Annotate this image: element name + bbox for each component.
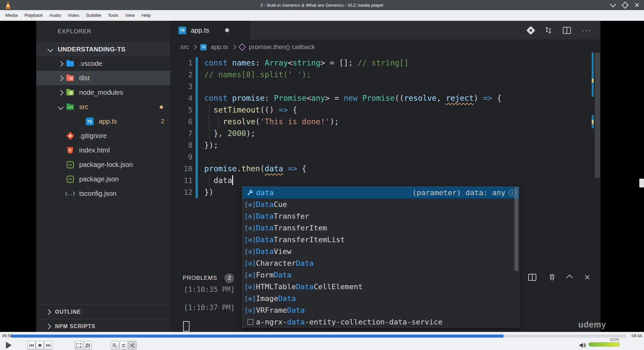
suggest-label: HTMLTableDataCellElement (256, 282, 363, 291)
maximize-panel-icon[interactable] (566, 274, 573, 281)
sidebar-section-npm-scripts[interactable]: NPM SCRIPTS (36, 319, 170, 334)
autocomplete-dropdown: data(parameter) data: anyi[⊘]DataCue[⊘]D… (242, 186, 519, 327)
playlist-button[interactable] (111, 341, 119, 350)
suggest-item-data[interactable]: data(parameter) data: anyi (243, 187, 519, 199)
more-actions-icon[interactable]: ··· (582, 29, 592, 32)
vscode-file-icon (66, 61, 74, 67)
scrollbar-thumb[interactable] (595, 53, 600, 178)
chevron-down-icon (48, 47, 53, 52)
split-editor-icon[interactable] (563, 27, 571, 34)
minimize-button[interactable] (609, 1, 616, 9)
file-tree: .vscodedistnode_modulessrcapp.ts2.gitign… (36, 56, 170, 201)
problems-count-badge: 2 (224, 273, 234, 283)
suggest-item-datacue[interactable]: [⊘]DataCue (243, 199, 519, 210)
chevron-right-icon (58, 61, 64, 67)
stop-button[interactable] (36, 341, 44, 350)
suggest-label: a-ngrx-data-entity-collection-data-servi… (256, 318, 442, 326)
extended-settings-button[interactable] (84, 341, 92, 350)
tree-item-label: tsconfig.json (79, 190, 116, 198)
ts-file-icon (86, 118, 94, 125)
class-icon: [⊘] (245, 307, 256, 314)
src-file-icon (66, 104, 74, 110)
menu-media[interactable]: Media (2, 13, 21, 18)
menu-playback[interactable]: Playback (21, 13, 46, 18)
tree-item-src[interactable]: src (36, 100, 170, 114)
breadcrumb-item[interactable]: src (180, 43, 189, 51)
seek-bar[interactable] (11, 335, 627, 338)
next-button[interactable] (44, 341, 52, 350)
menu-video[interactable]: Video (64, 13, 83, 18)
line-number: 4 (170, 92, 193, 104)
nodem-file-icon (66, 90, 74, 95)
suggest-label: DataTransferItemList (256, 235, 345, 244)
udemy-watermark: udemy (578, 320, 606, 330)
line-number: 12 (170, 186, 193, 198)
suggest-item-a-ngrx-data-entity-collection-data-service[interactable]: a-ngrx-data-entity-collection-data-servi… (243, 316, 519, 328)
line-number: 11 (170, 175, 193, 186)
chevron-down-icon (58, 104, 64, 110)
loop-button[interactable] (119, 341, 128, 350)
random-button[interactable] (128, 341, 137, 350)
seek-progress (11, 335, 503, 338)
menu-help[interactable]: Help (138, 13, 154, 18)
suggest-item-datatransferitem[interactable]: [⊘]DataTransferItem (243, 222, 519, 234)
tab-problems[interactable]: PROBLEMS (183, 275, 217, 281)
tab-app-ts[interactable]: app.ts (170, 21, 250, 40)
suggest-item-htmltabledatacellelement[interactable]: [⊘]HTMLTableDataCellElement (243, 281, 519, 293)
suggest-scrollbar[interactable] (515, 187, 518, 271)
suggest-item-imagedata[interactable]: [⊘]ImageData (243, 293, 519, 304)
compare-changes-icon[interactable] (545, 27, 552, 34)
play-button[interactable] (4, 341, 13, 350)
line-number: 5 (170, 104, 193, 116)
tree-item-package-lock-json[interactable]: package-lock.json (36, 158, 170, 172)
suggest-item-formdata[interactable]: [⊘]FormData (243, 269, 519, 281)
clear-output-trash-icon[interactable] (548, 273, 556, 281)
tree-item-dist[interactable]: dist (36, 71, 170, 85)
breadcrumb-item[interactable]: app.ts (211, 43, 228, 51)
tree-item--vscode[interactable]: .vscode (36, 56, 170, 71)
unsaved-dot-icon[interactable] (225, 28, 229, 32)
fullscreen-button[interactable] (74, 341, 83, 350)
volume-slider[interactable] (588, 342, 620, 347)
open-changes-icon[interactable] (526, 26, 535, 35)
class-icon: [⊘] (245, 213, 256, 220)
menu-subtitle[interactable]: Subtitle (83, 13, 104, 18)
menu-audio[interactable]: Audio (46, 13, 65, 18)
suggest-label: CharacterData (256, 259, 314, 267)
workspace-root[interactable]: UNDERSTANDING-TS (36, 42, 170, 56)
sidebar-section-outline[interactable]: OUTLINE (36, 305, 170, 319)
class-icon: [⊘] (245, 283, 256, 291)
tree-item-label: package-lock.json (79, 161, 133, 169)
video-area[interactable]: EXPLORER UNDERSTANDING-TS .vscodedistnod… (0, 21, 644, 332)
maximize-button[interactable] (621, 1, 629, 9)
suggest-item-characterdata[interactable]: [⊘]CharacterData (243, 257, 519, 269)
split-panel-icon[interactable] (528, 274, 536, 281)
suggest-label: DataCue (256, 200, 287, 209)
tree-item-tsconfig-json[interactable]: tsconfig.json (36, 186, 170, 201)
vlc-controls: 06:58 08:44 101 (0, 332, 644, 350)
tree-item--gitignore[interactable]: .gitignore (36, 129, 170, 143)
close-button[interactable] (633, 1, 641, 9)
tree-item-package-json[interactable]: package.json (36, 172, 170, 186)
tree-item-node-modules[interactable]: node_modules (36, 85, 170, 100)
line-number: 9 (170, 151, 193, 163)
git-file-icon (66, 132, 74, 140)
tree-item-app-ts[interactable]: app.ts2 (36, 114, 170, 129)
breadcrumb-item[interactable]: promise.then() callback (249, 43, 315, 51)
line-number: 6 (170, 116, 193, 128)
suggest-item-datatransferitemlist[interactable]: [⊘]DataTransferItemList (243, 234, 519, 246)
previous-button[interactable] (27, 341, 36, 350)
volume-icon[interactable] (578, 341, 587, 350)
code-editor[interactable]: 1const names: Array<string> = []; // str… (170, 57, 600, 198)
suggest-item-vrframedata[interactable]: [⊘]VRFrameData (243, 304, 519, 316)
code-line-10: 10promise.then(data => { (170, 163, 600, 175)
tree-item-index-html[interactable]: index.html (36, 143, 170, 158)
menu-tools[interactable]: Tools (104, 13, 122, 18)
text-snippet-icon (245, 319, 256, 325)
class-icon: [⊘] (245, 224, 256, 232)
menu-view[interactable]: View (122, 13, 138, 18)
close-panel-icon[interactable] (585, 274, 590, 280)
suggest-item-datatransfer[interactable]: [⊘]DataTransfer (243, 210, 519, 222)
vscode-window: EXPLORER UNDERSTANDING-TS .vscodedistnod… (36, 21, 600, 332)
suggest-item-dataview[interactable]: [⊘]DataView (243, 246, 519, 257)
